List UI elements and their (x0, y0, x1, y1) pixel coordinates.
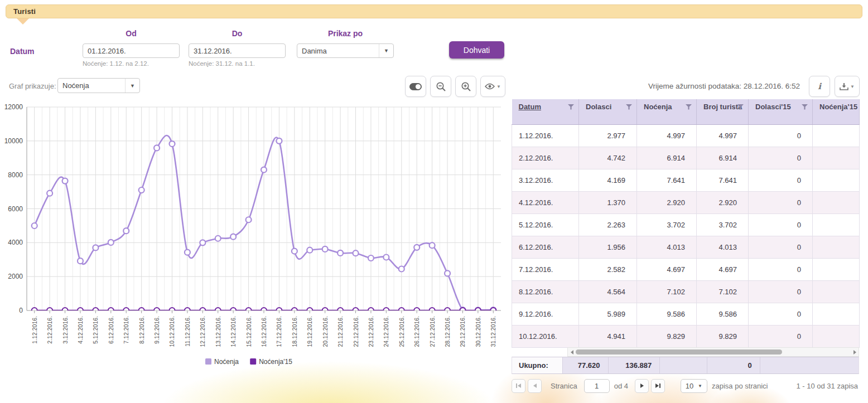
series-visibility-button[interactable]: ▼ (480, 76, 505, 97)
tourism-data-table: DatumDolasciNoćenjaBroj turistaDolasci'1… (512, 99, 860, 348)
toggle-icon (409, 83, 422, 90)
svg-text:10000: 10000 (4, 137, 23, 145)
table-row[interactable]: 10.12.2016.4.9419.8299.8290 (512, 325, 860, 347)
per-page-label: zapisa po stranici (712, 382, 768, 390)
nocenja-line-chart[interactable]: 0200040006000800010000120001.12.2016.2.1… (0, 101, 508, 372)
prikaz-po-label: Prikaz po (297, 29, 394, 38)
dohvati-button[interactable]: Dohvati (449, 41, 504, 59)
prev-page-button[interactable] (528, 379, 542, 393)
svg-text:6000: 6000 (8, 205, 23, 213)
od-label: Od (83, 29, 180, 38)
scroll-left-arrow-icon[interactable] (568, 350, 576, 355)
table-row[interactable]: 5.12.2016.2.2633.7023.7020 (512, 213, 860, 236)
record-range-label: 1 - 10 od 31 zapisa (796, 382, 859, 390)
prikaz-po-select[interactable]: Danima ▼ (297, 43, 394, 58)
svg-text:4.12.2016.: 4.12.2016. (77, 316, 84, 344)
scrollbar-track[interactable] (576, 349, 851, 355)
svg-text:1.12.2016.: 1.12.2016. (31, 316, 38, 344)
tab-turisti[interactable]: Turisti (6, 4, 862, 18)
graf-prikazuje-value: Noćenja (58, 81, 125, 90)
export-button[interactable]: ▼ (835, 76, 860, 97)
pager: Stranica od 4 10 ▼ zapisa po stranici 1 … (512, 378, 859, 394)
page-size-select[interactable]: 10 ▼ (681, 379, 707, 393)
svg-text:26.12.2016.: 26.12.2016. (413, 316, 420, 347)
column-header-5[interactable]: Noćenja'15 (813, 99, 860, 124)
first-page-button[interactable] (512, 379, 525, 393)
svg-text:27.12.2016.: 27.12.2016. (429, 316, 436, 347)
svg-text:3.12.2016.: 3.12.2016. (62, 316, 69, 344)
svg-text:11.12.2016.: 11.12.2016. (184, 316, 191, 347)
column-header-2[interactable]: Noćenja (637, 99, 697, 124)
filter-icon[interactable] (686, 104, 692, 110)
totals-value (760, 357, 859, 373)
svg-text:0: 0 (19, 307, 23, 314)
filter-icon[interactable] (802, 104, 808, 110)
svg-text:30.12.2016.: 30.12.2016. (475, 316, 481, 347)
svg-text:2000: 2000 (8, 273, 23, 280)
date-to-field (189, 43, 286, 58)
date-from-input[interactable] (83, 44, 180, 57)
svg-text:16.12.2016.: 16.12.2016. (261, 316, 267, 347)
zoom-out-button[interactable] (430, 76, 451, 97)
filter-icon[interactable] (568, 104, 574, 110)
svg-text:12.12.2016.: 12.12.2016. (199, 316, 206, 347)
svg-text:28.12.2016.: 28.12.2016. (444, 316, 451, 347)
svg-text:12000: 12000 (4, 103, 23, 111)
totals-value (660, 357, 707, 373)
svg-text:7.12.2016.: 7.12.2016. (123, 316, 129, 344)
totals-row: Ukupno:77.620136.8870 (512, 357, 859, 374)
date-to-input[interactable] (189, 44, 286, 57)
date-from-hint: Noćenje: 1.12. na 2.12. (83, 60, 149, 67)
info-icon: i (818, 81, 821, 91)
svg-text:5.12.2016.: 5.12.2016. (92, 316, 99, 344)
scrollbar-thumb[interactable] (576, 349, 782, 355)
table-row[interactable]: 3.12.2016.4.1697.6417.6410 (512, 169, 860, 191)
data-updated-text: Vrijeme ažurnosti podataka: 28.12.2016. … (648, 82, 800, 90)
next-page-button[interactable] (635, 379, 649, 393)
filter-icon[interactable] (626, 104, 632, 110)
page-number-input[interactable] (584, 379, 610, 393)
table-row[interactable]: 6.12.2016.1.9564.0134.0130 (512, 236, 860, 258)
graf-prikazuje-select[interactable]: Noćenja ▼ (57, 78, 140, 93)
column-header-0[interactable]: Datum (512, 99, 579, 124)
table-row[interactable]: 2.12.2016.4.7426.9146.9140 (512, 147, 860, 169)
column-header-3[interactable]: Broj turista (697, 99, 749, 124)
table-row[interactable]: 9.12.2016.5.9899.5869.5860 (512, 303, 860, 325)
zoom-in-icon (461, 81, 471, 92)
column-header-4[interactable]: Dolasci'15 (749, 99, 813, 124)
table-row[interactable]: 7.12.2016.2.5824.6974.6970 (512, 258, 860, 280)
toggle-button[interactable] (405, 76, 426, 97)
column-header-1[interactable]: Dolasci (579, 99, 637, 124)
svg-text:4000: 4000 (8, 239, 23, 246)
table-row[interactable]: 4.12.2016.1.3702.9202.9200 (512, 191, 860, 213)
totals-value: 0 (707, 357, 760, 373)
chevron-down-icon: ▼ (496, 84, 501, 89)
svg-text:24.12.2016.: 24.12.2016. (383, 316, 389, 347)
table-row[interactable]: 1.12.2016.2.9774.9974.9970 (512, 124, 860, 147)
date-to-hint: Noćenje: 31.12. na 1.1. (189, 60, 255, 67)
chevron-down-icon: ▼ (850, 84, 855, 89)
chevron-down-icon: ▼ (125, 79, 139, 93)
prikaz-po-value: Danima (297, 47, 379, 55)
tab-pointer (17, 18, 29, 25)
table-horizontal-scrollbar[interactable] (567, 347, 859, 357)
download-icon (840, 82, 848, 90)
zoom-in-button[interactable] (455, 76, 476, 97)
table-row[interactable]: 8.12.2016.4.5647.1027.1020 (512, 280, 860, 303)
page-size-value: 10 (681, 382, 698, 390)
scroll-right-arrow-icon[interactable] (851, 350, 859, 355)
chevron-down-icon: ▼ (379, 44, 393, 57)
last-page-button[interactable] (651, 379, 665, 393)
tab-turisti-label: Turisti (13, 7, 36, 16)
eye-icon (485, 83, 495, 90)
svg-text:2.12.2016.: 2.12.2016. (46, 316, 53, 344)
svg-text:Noćenja'15: Noćenja'15 (259, 358, 292, 366)
filter-icon[interactable] (737, 104, 744, 110)
totals-value: 77.620 (563, 357, 609, 373)
svg-text:20.12.2016.: 20.12.2016. (322, 316, 329, 347)
svg-text:25.12.2016.: 25.12.2016. (398, 316, 405, 347)
svg-text:13.12.2016.: 13.12.2016. (215, 316, 221, 347)
info-button[interactable]: i (809, 76, 830, 97)
page-count-label: od 4 (614, 382, 628, 390)
svg-text:14.12.2016.: 14.12.2016. (230, 316, 237, 347)
